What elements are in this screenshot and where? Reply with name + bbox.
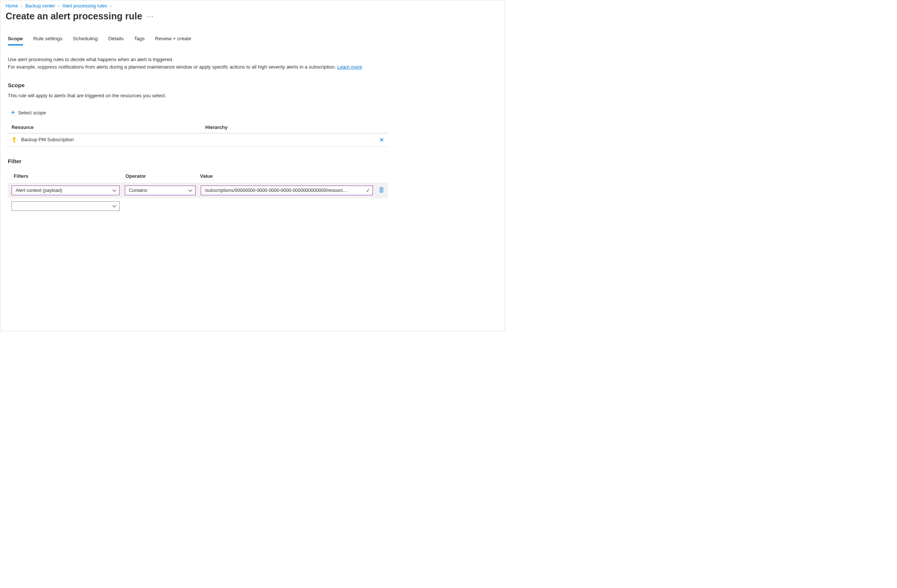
chevron-down-icon [112, 204, 116, 209]
check-icon: ✓ [366, 187, 370, 193]
filter-value-input[interactable]: /subscriptions/00000000-0000-0000-0000-0… [201, 185, 373, 195]
close-icon[interactable]: ✕ [379, 137, 384, 143]
svg-rect-2 [14, 142, 15, 142]
breadcrumb-alert-processing-rules[interactable]: Alert processing rules [63, 3, 107, 9]
scope-heading: Scope [8, 82, 388, 88]
filters-header-operator: Operator [126, 173, 200, 179]
intro-line2: For example, suppress notifications from… [8, 64, 337, 70]
tab-review-create[interactable]: Review + create [155, 36, 191, 46]
filter-type-select[interactable]: Alert context (payload) [12, 185, 119, 195]
more-icon[interactable]: ⋯ [147, 12, 154, 20]
filter-heading: Filter [8, 158, 388, 164]
tabs-bar: Scope Rule settings Scheduling Details T… [0, 25, 505, 46]
select-scope-button[interactable]: + Select scope [11, 109, 46, 116]
filter-operator-value: Contains [129, 188, 147, 193]
breadcrumb: Home › Backup center › Alert processing … [0, 0, 505, 10]
col-hierarchy: Hierarchy [202, 121, 373, 133]
scope-desc: This rule will apply to alerts that are … [8, 93, 388, 98]
chevron-right-icon: › [110, 4, 112, 8]
intro-line1: Use alert processing rules to decide wha… [8, 57, 173, 62]
chevron-right-icon: › [58, 4, 60, 8]
filter-type-value: Alert context (payload) [16, 188, 62, 193]
filters-header-value: Value [200, 173, 382, 179]
breadcrumb-home[interactable]: Home [6, 3, 18, 9]
scope-table: Resource Hierarchy Backup PM Subscriptio… [8, 121, 388, 147]
trash-icon[interactable] [379, 187, 384, 194]
breadcrumb-backup-center[interactable]: Backup center [25, 3, 55, 9]
filter-operator-select[interactable]: Contains [125, 185, 196, 195]
filter-add-select[interactable] [12, 201, 119, 211]
filters-header-filters: Filters [14, 173, 126, 179]
chevron-right-icon: › [21, 4, 22, 8]
col-resource: Resource [8, 121, 202, 133]
tab-tags[interactable]: Tags [134, 36, 145, 46]
svg-point-0 [13, 137, 16, 140]
resource-name: Backup PM Subscription [21, 137, 74, 142]
page-title: Create an alert processing rule [6, 11, 142, 21]
learn-more-link[interactable]: Learn more [337, 64, 362, 70]
tab-scope[interactable]: Scope [8, 36, 23, 46]
filter-row-1: Alert context (payload) Contains /subscr… [8, 182, 388, 198]
tab-details[interactable]: Details [108, 36, 123, 46]
key-icon [12, 137, 17, 144]
tab-rule-settings[interactable]: Rule settings [34, 36, 63, 46]
intro-text: Use alert processing rules to decide wha… [8, 56, 388, 71]
select-scope-label: Select scope [18, 110, 46, 115]
filter-value-text: /subscriptions/00000000-0000-0000-0000-0… [205, 188, 348, 193]
tab-scheduling[interactable]: Scheduling [73, 36, 98, 46]
chevron-down-icon [188, 188, 192, 193]
table-row: Backup PM Subscription ✕ [8, 133, 388, 147]
chevron-down-icon [112, 188, 116, 193]
plus-icon: + [11, 109, 15, 116]
filter-row-2 [8, 198, 388, 214]
